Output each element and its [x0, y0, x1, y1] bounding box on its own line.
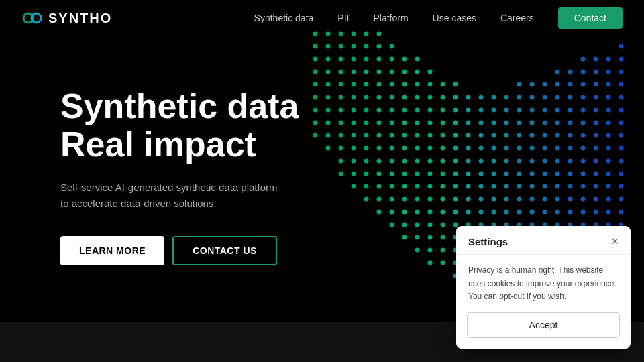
nav-synthetic-data[interactable]: Synthetic data	[254, 13, 314, 23]
svg-point-173	[441, 146, 445, 151]
svg-point-20	[390, 57, 394, 62]
svg-point-10	[364, 44, 369, 49]
svg-point-273	[581, 197, 586, 202]
svg-point-81	[530, 95, 535, 100]
hero-title-line1: Synthetic data	[60, 87, 299, 125]
svg-point-223	[492, 172, 496, 176]
settings-close-button[interactable]: ×	[611, 235, 619, 247]
svg-point-93	[364, 108, 369, 113]
svg-point-280	[415, 210, 420, 215]
hero-title-line2: Real impact	[60, 125, 299, 164]
svg-point-260	[415, 197, 420, 202]
svg-point-104	[504, 108, 509, 113]
settings-header: Settings ×	[456, 226, 631, 255]
svg-point-208	[594, 159, 598, 164]
svg-point-206	[568, 159, 573, 164]
svg-point-319	[441, 235, 445, 240]
svg-point-189	[352, 159, 356, 164]
svg-point-33	[390, 70, 394, 74]
svg-point-299	[415, 223, 420, 227]
nav-careers[interactable]: Careers	[500, 13, 534, 23]
svg-point-284	[466, 210, 471, 215]
svg-point-279	[402, 210, 407, 215]
svg-point-169	[390, 146, 394, 151]
svg-point-211	[339, 172, 343, 176]
svg-point-231	[594, 172, 598, 176]
svg-point-62	[606, 82, 611, 87]
svg-point-198	[466, 159, 471, 164]
svg-point-14	[313, 57, 318, 62]
svg-point-84	[568, 95, 573, 100]
nav-pii[interactable]: PII	[337, 13, 349, 23]
svg-point-166	[352, 146, 356, 151]
svg-point-70	[390, 95, 394, 100]
svg-point-23	[581, 57, 586, 62]
svg-point-22	[415, 57, 420, 62]
svg-point-53	[441, 82, 445, 87]
svg-point-230	[581, 172, 586, 176]
svg-point-154	[504, 133, 509, 138]
svg-point-267	[504, 197, 509, 202]
svg-point-148	[428, 133, 433, 138]
svg-point-103	[492, 108, 496, 113]
svg-point-199	[479, 159, 484, 164]
svg-point-147	[415, 133, 420, 138]
svg-point-114	[313, 121, 318, 125]
svg-point-218	[428, 172, 433, 176]
svg-point-203	[530, 159, 535, 164]
svg-point-34	[402, 70, 407, 74]
svg-point-292	[568, 210, 573, 215]
svg-point-188	[339, 159, 343, 164]
svg-point-87	[606, 95, 611, 100]
svg-point-134	[568, 121, 573, 125]
learn-more-button[interactable]: LEARN MORE	[60, 236, 164, 265]
svg-point-192	[390, 159, 394, 164]
svg-point-302	[453, 223, 458, 227]
svg-point-232	[606, 172, 611, 176]
svg-point-247	[517, 184, 522, 189]
svg-point-262	[441, 197, 445, 202]
svg-point-128	[492, 121, 496, 125]
svg-point-272	[568, 197, 573, 202]
contact-us-button[interactable]: CONTACT US	[172, 236, 277, 265]
nav-contact-button[interactable]: Contact	[558, 7, 623, 29]
svg-point-52	[428, 82, 433, 87]
svg-point-9	[352, 44, 356, 49]
svg-point-89	[313, 108, 318, 113]
svg-point-45	[339, 82, 343, 87]
svg-point-97	[415, 108, 420, 113]
svg-point-67	[352, 95, 356, 100]
svg-point-234	[352, 184, 356, 189]
svg-point-83	[555, 95, 560, 100]
svg-point-19	[377, 57, 382, 62]
nav-platform[interactable]: Platform	[373, 13, 408, 23]
svg-point-210	[619, 159, 624, 164]
svg-point-258	[390, 197, 394, 202]
hero-subtitle: Self-service AI-generated synthetic data…	[60, 180, 288, 212]
svg-point-318	[428, 235, 433, 240]
svg-point-229	[568, 172, 573, 176]
svg-point-220	[453, 172, 458, 176]
svg-point-162	[606, 133, 611, 138]
svg-point-68	[364, 95, 369, 100]
svg-point-348	[428, 261, 433, 265]
svg-point-50	[402, 82, 407, 87]
nav-use-cases[interactable]: Use cases	[433, 13, 476, 23]
svg-point-151	[466, 133, 471, 138]
logo[interactable]: SYNTHO	[21, 7, 112, 29]
svg-point-168	[377, 146, 382, 151]
svg-point-100	[453, 108, 458, 113]
svg-point-278	[390, 210, 394, 215]
svg-point-55	[517, 82, 522, 87]
svg-point-271	[555, 197, 560, 202]
svg-point-226	[530, 172, 535, 176]
svg-point-256	[364, 197, 369, 202]
settings-accept-button[interactable]: Accept	[467, 312, 620, 338]
svg-point-237	[390, 184, 394, 189]
svg-point-121	[402, 121, 407, 125]
svg-point-174	[453, 146, 458, 151]
svg-point-88	[619, 95, 624, 100]
svg-point-44	[326, 82, 331, 87]
svg-point-72	[415, 95, 420, 100]
svg-point-155	[517, 133, 522, 138]
